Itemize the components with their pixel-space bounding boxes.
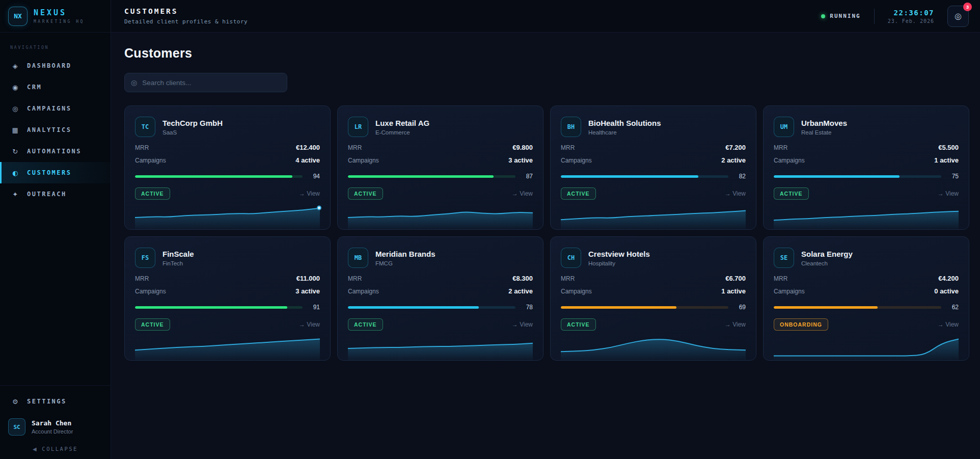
page-title: Customers xyxy=(124,46,969,61)
customer-card[interactable]: UM UrbanMoves Real Estate MRR €5.500 Cam… xyxy=(763,105,969,230)
customer-name: TechCorp GmbH xyxy=(162,119,223,127)
campaigns-icon: ◎ xyxy=(12,105,20,113)
status-badge: ACTIVE xyxy=(348,187,383,200)
brand-logo: NX xyxy=(8,7,28,26)
customer-industry: Real Estate xyxy=(801,129,847,136)
sparkline xyxy=(774,336,959,360)
outreach-icon: ✦ xyxy=(12,191,20,198)
header-divider xyxy=(874,9,875,24)
sidebar-item-analytics[interactable]: ▦ANALYTICS xyxy=(0,119,111,141)
mrr-value: €6.700 xyxy=(725,275,746,282)
nav-section-label: NAVIGATION xyxy=(10,45,111,50)
sidebar-item-label: CAMPAIGNS xyxy=(27,105,72,112)
view-link[interactable]: → View xyxy=(725,321,746,328)
view-link[interactable]: → View xyxy=(512,190,533,197)
campaigns-value: 0 active xyxy=(934,287,959,295)
status-badge: ACTIVE xyxy=(561,187,596,200)
status-dot-icon xyxy=(821,14,825,18)
notification-count-badge: 3 xyxy=(963,3,972,11)
customer-industry: E-Commerce xyxy=(375,129,429,136)
sidebar: NX NEXUS MARKETING HQ NAVIGATION ◈DASHBO… xyxy=(0,0,111,459)
campaigns-label: Campaigns xyxy=(561,288,592,295)
customer-avatar: UM xyxy=(774,117,794,137)
customer-avatar: FS xyxy=(135,248,155,268)
header-subtitle: Detailed client profiles & history xyxy=(124,18,248,25)
search-bar: ◎ xyxy=(124,73,287,92)
gear-icon: ⚙ xyxy=(12,398,20,406)
crm-icon: ◉ xyxy=(12,84,20,91)
campaigns-label: Campaigns xyxy=(135,288,166,295)
sidebar-item-automations[interactable]: ↻AUTOMATIONS xyxy=(0,141,111,162)
status-label: RUNNING xyxy=(830,13,860,19)
mrr-label: MRR xyxy=(561,275,575,282)
health-bar xyxy=(135,175,303,178)
customer-name: UrbanMoves xyxy=(801,119,847,127)
health-value: 69 xyxy=(734,304,746,311)
customer-card[interactable]: FS FinScale FinTech MRR €11.000 Campaign… xyxy=(124,236,331,361)
customer-card[interactable]: BH BioHealth Solutions Healthcare MRR €7… xyxy=(550,105,756,230)
customer-avatar: MB xyxy=(348,248,368,268)
sidebar-item-crm[interactable]: ◉CRM xyxy=(0,76,111,98)
sidebar-item-campaigns[interactable]: ◎CAMPAIGNS xyxy=(0,98,111,119)
customer-card[interactable]: CH Crestview Hotels Hospitality MRR €6.7… xyxy=(550,236,756,361)
mrr-value: €9.800 xyxy=(512,144,533,151)
clock-time: 22:36:07 xyxy=(888,9,934,17)
view-link[interactable]: → View xyxy=(512,321,533,328)
status-badge: ACTIVE xyxy=(135,318,170,331)
customer-industry: Hospitality xyxy=(588,260,650,266)
mrr-value: €8.300 xyxy=(512,275,533,282)
view-link[interactable]: → View xyxy=(299,321,320,328)
campaigns-label: Campaigns xyxy=(348,157,379,164)
sparkline xyxy=(348,205,533,229)
sidebar-item-settings[interactable]: ⚙ SETTINGS xyxy=(0,391,111,412)
view-link[interactable]: → View xyxy=(299,190,320,197)
sidebar-item-customers[interactable]: ◐CUSTOMERS xyxy=(0,162,111,183)
sidebar-item-outreach[interactable]: ✦OUTREACH xyxy=(0,183,111,205)
sparkline xyxy=(135,205,320,229)
sidebar-bottom: ⚙ SETTINGS SC Sarah Chen Account Directo… xyxy=(0,385,111,459)
user-role: Account Director xyxy=(32,428,73,435)
mrr-label: MRR xyxy=(774,275,787,282)
health-bar xyxy=(774,175,941,178)
sidebar-item-dashboard[interactable]: ◈DASHBOARD xyxy=(0,55,111,76)
campaigns-value: 3 active xyxy=(295,287,320,295)
campaigns-value: 4 active xyxy=(295,156,320,164)
view-link[interactable]: → View xyxy=(725,190,746,197)
mrr-value: €4.200 xyxy=(938,275,959,282)
customer-card[interactable]: TC TechCorp GmbH SaaS MRR €12.400 Campai… xyxy=(124,105,331,230)
mrr-label: MRR xyxy=(561,144,575,151)
clock: 22:36:07 23. Feb. 2026 xyxy=(888,9,934,24)
sparkline xyxy=(561,336,746,360)
customer-name: Luxe Retail AG xyxy=(375,119,429,127)
sparkline xyxy=(774,205,959,229)
notifications-button[interactable]: ◎ 3 xyxy=(947,6,969,27)
campaigns-label: Campaigns xyxy=(774,288,805,295)
customer-card[interactable]: SE Solara Energy Cleantech MRR €4.200 Ca… xyxy=(763,236,969,361)
collapse-button[interactable]: ◀ COLLAPSE xyxy=(0,446,111,452)
search-input[interactable] xyxy=(142,79,281,87)
user-profile[interactable]: SC Sarah Chen Account Director xyxy=(0,412,111,441)
customer-avatar: BH xyxy=(561,117,581,137)
customer-card[interactable]: LR Luxe Retail AG E-Commerce MRR €9.800 … xyxy=(337,105,543,230)
sidebar-item-label: DASHBOARD xyxy=(27,62,72,69)
top-header: CUSTOMERS Detailed client profiles & his… xyxy=(111,0,980,33)
health-value: 87 xyxy=(522,173,533,180)
mrr-value: €11.000 xyxy=(296,275,320,282)
header-title: CUSTOMERS xyxy=(124,7,248,15)
sparkline xyxy=(348,336,533,360)
view-link[interactable]: → View xyxy=(938,190,959,197)
health-value: 62 xyxy=(947,304,959,311)
collapse-label: COLLAPSE xyxy=(42,446,78,452)
campaigns-label: Campaigns xyxy=(561,157,592,164)
customer-industry: FMCG xyxy=(375,260,435,266)
view-link[interactable]: → View xyxy=(938,321,959,328)
customer-card[interactable]: MB Meridian Brands FMCG MRR €8.300 Campa… xyxy=(337,236,543,361)
status-badge: ACTIVE xyxy=(774,187,809,200)
status-badge: RUNNING xyxy=(821,13,860,19)
notifications-icon: ◎ xyxy=(955,11,962,21)
settings-label: SETTINGS xyxy=(27,398,67,405)
health-bar xyxy=(561,306,728,309)
campaigns-value: 1 active xyxy=(934,156,959,164)
customer-name: BioHealth Solutions xyxy=(588,119,661,127)
sparkline xyxy=(135,336,320,360)
